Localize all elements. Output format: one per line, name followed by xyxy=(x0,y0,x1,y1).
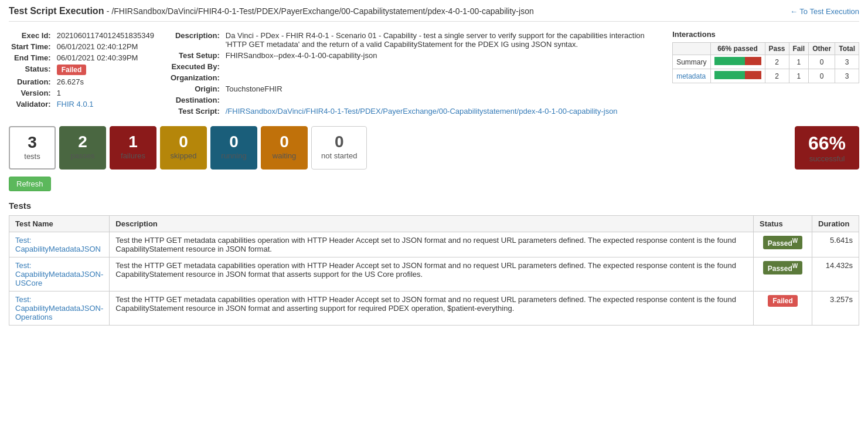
interaction-name: Summary xyxy=(673,55,710,69)
status-badge: PassedW xyxy=(763,261,802,274)
status-label: Status: xyxy=(9,63,55,76)
validator-label: Validator: xyxy=(9,99,55,110)
col-other: Other xyxy=(809,43,835,55)
test-duration: 14.432s xyxy=(812,257,859,292)
origin-value: TouchstoneFHIR xyxy=(223,83,661,94)
validator-link[interactable]: FHIR 4.0.1 xyxy=(57,100,94,109)
col-pct: 66% passed xyxy=(710,43,765,55)
interaction-other: 0 xyxy=(809,55,835,69)
interaction-bar xyxy=(710,69,765,83)
test-name-link[interactable]: Test: CapabilityMetadataJSON-Operations xyxy=(15,295,103,321)
col-total: Total xyxy=(835,43,859,55)
destination-label: Destination: xyxy=(168,94,223,106)
interaction-other: 0 xyxy=(809,69,835,83)
waiting-label: waiting xyxy=(271,151,298,160)
col-header-testname: Test Name xyxy=(9,216,110,232)
test-script-label: Test Script: xyxy=(168,106,223,117)
stat-running: 0 running xyxy=(210,126,257,170)
test-name-cell: Test: CapabilityMetadataJSON xyxy=(9,232,110,257)
notstarted-label: not started xyxy=(321,151,357,160)
organization-label: Organization: xyxy=(168,72,223,83)
meta-center: Description: Da Vinci - PDex - FHIR R4-0… xyxy=(168,30,661,117)
col-header-status: Status xyxy=(754,216,812,232)
test-script-cell: /FHIRSandbox/DaVinci/FHIR4-0-1-Test/PDEX… xyxy=(223,106,661,117)
executed-by-value xyxy=(223,61,661,72)
running-label: running xyxy=(220,151,247,160)
test-status-cell: PassedW xyxy=(754,232,812,257)
failures-label: failures xyxy=(120,151,147,160)
test-duration: 3.257s xyxy=(812,292,859,326)
test-name-cell: Test: CapabilityMetadataJSON-USCore xyxy=(9,257,110,292)
test-setup-value: FHIRSandbox--pdex-4-0-1-00-capability-js… xyxy=(223,50,661,61)
running-count: 0 xyxy=(220,133,247,151)
tests-section: Tests Test Name Description Status Durat… xyxy=(9,201,859,326)
interaction-pass: 2 xyxy=(765,69,789,83)
passes-count: 2 xyxy=(69,133,96,151)
test-name-cell: Test: CapabilityMetadataJSON-Operations xyxy=(9,292,110,326)
back-link[interactable]: ← To Test Execution xyxy=(790,7,859,16)
description-label: Description: xyxy=(168,30,223,50)
refresh-button[interactable]: Refresh xyxy=(9,177,51,191)
interactions-table: 66% passed Pass Fail Other Total Summary… xyxy=(672,42,859,83)
interactions-title: Interactions xyxy=(672,30,859,39)
table-row: Test: CapabilityMetadataJSON-OperationsT… xyxy=(9,292,859,326)
end-time-value: 06/01/2021 02:40:39PM xyxy=(55,52,156,63)
stats-row: 3 tests 2 passes 1 failures 0 skipped 0 … xyxy=(9,126,859,170)
stat-passes: 2 passes xyxy=(59,126,106,170)
success-label: successful xyxy=(807,154,847,163)
interaction-name-link[interactable]: metadata xyxy=(676,72,706,80)
stat-failures: 1 failures xyxy=(110,126,156,170)
interaction-row: Summary2103 xyxy=(673,55,859,69)
progress-bar-fill xyxy=(714,57,746,65)
interaction-row: metadata2103 xyxy=(673,69,859,83)
tests-label: tests xyxy=(22,152,43,161)
interaction-name[interactable]: metadata xyxy=(673,69,710,83)
start-time-value: 06/01/2021 02:40:12PM xyxy=(55,41,156,52)
test-duration: 5.641s xyxy=(812,232,859,257)
page-title-text: Test Script Execution xyxy=(9,6,104,16)
start-time-label: Start Time: xyxy=(9,41,55,52)
stat-waiting: 0 waiting xyxy=(261,126,308,170)
notstarted-count: 0 xyxy=(321,133,357,151)
tests-count: 3 xyxy=(22,133,43,152)
failures-count: 1 xyxy=(120,133,147,151)
col-header-duration: Duration xyxy=(812,216,859,232)
test-name-link[interactable]: Test: CapabilityMetadataJSON-USCore xyxy=(15,261,103,287)
meta-left: Exec Id: 20210601174012451835349 Start T… xyxy=(9,30,156,117)
page-title: Test Script Execution - /FHIRSandbox/DaV… xyxy=(9,6,534,16)
exec-id-value: 20210601174012451835349 xyxy=(55,30,156,41)
duration-value: 26.627s xyxy=(55,76,156,87)
interaction-bar xyxy=(710,55,765,69)
col-header-description: Description xyxy=(110,216,754,232)
test-description: Test the HTTP GET metadata capabilities … xyxy=(110,232,754,257)
col-fail: Fail xyxy=(789,43,809,55)
version-value: 1 xyxy=(55,87,156,99)
meta-section: Exec Id: 20210601174012451835349 Start T… xyxy=(9,30,859,117)
status-badge: PassedW xyxy=(763,236,802,249)
progress-bar-container xyxy=(714,71,761,79)
organization-value xyxy=(223,72,661,83)
interaction-pass: 2 xyxy=(765,55,789,69)
stat-skipped: 0 skipped xyxy=(160,126,207,170)
passes-label: passes xyxy=(69,151,96,160)
test-name-link[interactable]: Test: CapabilityMetadataJSON xyxy=(15,236,101,253)
table-row: Test: CapabilityMetadataJSONTest the HTT… xyxy=(9,232,859,257)
interaction-total: 3 xyxy=(835,69,859,83)
validator-cell: FHIR 4.0.1 xyxy=(55,99,156,110)
interaction-total: 3 xyxy=(835,55,859,69)
waiting-count: 0 xyxy=(271,133,298,151)
version-label: Version: xyxy=(9,87,55,99)
test-description: Test the HTTP GET metadata capabilities … xyxy=(110,292,754,326)
test-script-link[interactable]: /FHIRSandbox/DaVinci/FHIR4-0-1-Test/PDEX… xyxy=(226,107,618,116)
description-value: Da Vinci - PDex - FHIR R4-0-1 - Scenario… xyxy=(223,30,661,50)
test-status-cell: Failed xyxy=(754,292,812,326)
destination-value xyxy=(223,94,661,106)
stat-tests: 3 tests xyxy=(9,126,56,170)
status-badge: Failed xyxy=(57,65,87,75)
interaction-fail: 1 xyxy=(789,69,809,83)
stat-success: 66% successful xyxy=(795,126,859,170)
skipped-label: skipped xyxy=(170,151,197,160)
col-pass: Pass xyxy=(765,43,789,55)
progress-bar-fill xyxy=(714,71,746,79)
duration-label: Duration: xyxy=(9,76,55,87)
